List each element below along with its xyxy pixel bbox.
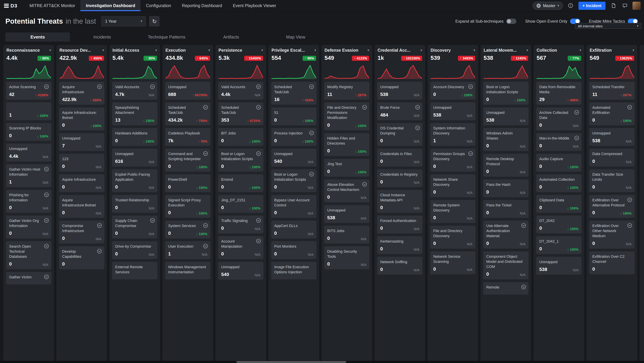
technique-card[interactable]: Scheduled Task/Job353↑ 8725% — [218, 102, 264, 125]
tab-technique-patterns[interactable]: Technique Patterns — [134, 33, 199, 42]
technique-card[interactable]: Network Sniffing0N/A — [377, 257, 422, 275]
technique-card[interactable]: Gather Victim — [6, 272, 51, 284]
expand-subtechniques-icon[interactable] — [468, 151, 473, 156]
expand-subtechniques-icon[interactable] — [309, 172, 314, 177]
technique-card[interactable]: Aquire Infrastructure0N/A — [59, 174, 104, 192]
technique-card[interactable]: 510↓ 100% — [271, 107, 316, 125]
expand-subtechniques-icon[interactable] — [44, 167, 49, 172]
expand-subtechniques-icon[interactable] — [627, 223, 632, 228]
expand-subtechniques-icon[interactable] — [415, 105, 420, 110]
master-site-dropdown[interactable]: Master ▾ — [532, 2, 563, 10]
expand-subtechniques-icon[interactable] — [97, 84, 102, 89]
technique-card[interactable]: Active Scanning42↑ 4100% — [6, 82, 51, 100]
horizontal-scrollbar[interactable] — [0, 361, 644, 363]
column-title-dropdown[interactable]: Defense Evasion▾ — [324, 48, 369, 53]
technique-card[interactable]: Acquire Infrastructure422.9k↑ 569% — [59, 82, 104, 105]
expand-subtechniques-icon[interactable] — [309, 130, 314, 136]
expand-subtechniques-icon[interactable] — [415, 125, 420, 130]
technique-card[interactable]: Modify Registry11↑ 267% — [324, 82, 370, 100]
technique-card[interactable]: Kerberoasting0N/A — [377, 236, 422, 254]
technique-card[interactable]: Boot or Logon Initialization Scripts0N/A — [271, 169, 316, 192]
technique-card[interactable]: Exploit Public-Facing Application0N/A — [112, 169, 157, 192]
technique-card[interactable]: Forced Authentication0N/A — [377, 216, 422, 233]
expand-subtechniques-icon[interactable] — [150, 218, 155, 223]
technique-card[interactable]: File and Directory Permissions Modificat… — [324, 102, 370, 130]
d3-logo[interactable]: D3 — [4, 0, 17, 11]
technique-card[interactable]: Unmapped540N/A — [218, 262, 264, 280]
technique-card[interactable]: Signed Script Proxy Execution0↓ 100% — [165, 195, 210, 218]
technique-card[interactable]: DT_20420↓ 100% — [536, 216, 582, 233]
expand-subtechniques-icon[interactable] — [468, 84, 473, 89]
column-title-dropdown[interactable]: Credential Acc...▾ — [378, 48, 422, 53]
technique-card[interactable]: Aquire Infrastructure:Botnet0N/A — [59, 195, 104, 218]
expand-subtechniques-icon[interactable] — [44, 192, 49, 197]
technique-card[interactable]: Jing Test0↓ 100% — [324, 159, 370, 177]
technique-card[interactable]: Process Injection0↓ 100% — [271, 128, 316, 146]
technique-card[interactable]: Gather Victim Org Information0N/A — [6, 216, 51, 238]
technique-card[interactable]: User Execution1N/A — [165, 241, 210, 259]
expand-subtechniques-icon[interactable] — [309, 84, 314, 89]
technique-card[interactable]: Port Monitors0N/A — [271, 241, 316, 259]
technique-card[interactable]: Data Compressed0N/A — [589, 149, 634, 167]
sites-filter-dropdown[interactable]: All internal sites ▾ — [575, 23, 641, 29]
technique-card[interactable]: Abuse Elevation Control Mechanism0N/A — [324, 179, 370, 202]
technique-card[interactable]: Remote Desktop Protocol0N/A — [483, 154, 528, 177]
technique-card[interactable]: Permission Groups Discovery0N/A — [430, 149, 476, 172]
column-title-dropdown[interactable]: Reconnaissance▾ — [6, 48, 51, 53]
technique-card[interactable]: Exfiltration Over Alternative Protocol0↓… — [589, 195, 634, 218]
technique-card[interactable]: System Information Discovery1N/A — [430, 123, 476, 146]
expand-subtechniques-icon[interactable] — [256, 84, 261, 89]
technique-card[interactable]: Data Transfer Size Limits0N/A — [589, 169, 634, 192]
technique-card[interactable]: Scheduled Task/Job16↑ 433% — [271, 82, 316, 105]
scrollbar-thumb[interactable] — [236, 361, 346, 363]
technique-card[interactable]: Unmapped540N/A — [271, 149, 316, 167]
technique-card[interactable]: Credentials in Registry0N/A — [377, 169, 422, 187]
technique-card[interactable]: Pass the Ticket0N/A — [483, 200, 528, 218]
expand-subtechniques-icon[interactable] — [256, 105, 261, 110]
technique-card[interactable]: Bypass User Account Control0N/A — [271, 195, 316, 218]
technique-card[interactable]: Codeless Playbook7k↑ 76% — [165, 128, 210, 146]
technique-card[interactable]: Scheduled Transfer11↑ 267% — [589, 82, 634, 100]
expand-subtechniques-icon[interactable] — [627, 197, 632, 202]
expand-subtechniques-icon[interactable] — [44, 218, 49, 223]
technique-card[interactable]: Audio Capture0↓ 100% — [536, 154, 582, 172]
time-range-select[interactable]: 1 Year ▾ — [102, 16, 146, 26]
technique-card[interactable]: Windows Admin Shares0N/A — [483, 128, 528, 151]
column-title-dropdown[interactable]: Discovery▾ — [430, 48, 475, 53]
technique-card[interactable]: Valid Accounts4.7kN/A — [112, 82, 157, 100]
expand-subtechniques-icon[interactable] — [574, 136, 579, 141]
technique-card[interactable]: AppCert DLLs0N/A — [271, 221, 316, 238]
column-title-dropdown[interactable]: Initial Access▾ — [112, 48, 157, 53]
nav-item-configuration[interactable]: Configuration — [141, 0, 176, 11]
expand-subtechniques-icon[interactable] — [362, 182, 367, 187]
technique-card[interactable]: Account Discovery0↓ 100% — [430, 82, 476, 100]
technique-card[interactable]: BITS Jobs0N/A — [324, 226, 370, 244]
chat-icon[interactable] — [621, 2, 628, 9]
technique-card[interactable]: Brute Force484N/A — [377, 102, 422, 120]
technique-card[interactable]: Man-in-the-Middle0N/A — [536, 133, 582, 151]
expand-subtechniques-icon[interactable] — [203, 151, 208, 156]
column-title-dropdown[interactable]: Lateral Movem...▾ — [484, 48, 528, 53]
expand-subtechniques-icon[interactable] — [97, 223, 102, 228]
technique-card[interactable]: Use Alternate Authentication Material0N/… — [483, 221, 528, 249]
technique-card[interactable]: BIT Jobs0↓ 100% — [218, 128, 264, 146]
technique-card[interactable]: Boot or Logon Initialization Scripts0↓ 1… — [483, 82, 528, 105]
nav-item-investigation-dashboard[interactable]: Investigation Dashboard — [80, 0, 141, 11]
technique-card[interactable]: Spearphishing Attachment13↓ 100% — [112, 102, 157, 125]
technique-card[interactable]: Unmapped688↑ 68700% — [165, 82, 210, 100]
tab-events[interactable]: Events — [6, 33, 70, 42]
expand-subtechniques-icon[interactable] — [150, 84, 155, 89]
technique-card[interactable]: Account Manipulation0N/A — [218, 236, 264, 259]
technique-card[interactable]: Unmapped538N/A — [377, 82, 422, 100]
technique-card[interactable]: Compromise Infrastructure0N/A — [59, 221, 104, 244]
technique-card[interactable]: 1↓ 100% — [6, 102, 51, 120]
technique-card[interactable]: Scheduled Task/Job434.2k↑ 759% — [165, 102, 210, 125]
technique-card[interactable]: Unmapped538N/A — [483, 107, 528, 125]
technique-card[interactable]: Automated Collection0↓ 100% — [536, 174, 582, 192]
refresh-button[interactable]: ↻ — [150, 16, 160, 26]
expand-subtechniques-icon[interactable] — [362, 105, 367, 110]
technique-card[interactable]: Remote — [483, 282, 528, 295]
column-title-dropdown[interactable]: Persistence▾ — [218, 48, 263, 53]
technique-card[interactable]: Aquire Infrastructure: Botnet0↓ 100% — [59, 107, 104, 130]
technique-card[interactable]: Drive-by Compromise0N/A — [112, 241, 157, 259]
